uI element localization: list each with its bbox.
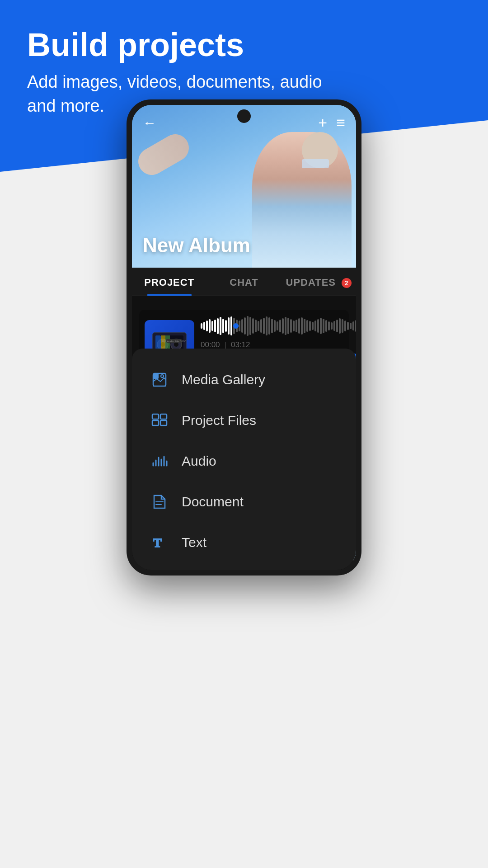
back-button[interactable]: ←	[143, 115, 156, 131]
text-icon: T	[150, 533, 169, 552]
svg-rect-17	[160, 420, 167, 425]
menu-label-audio: Audio	[182, 453, 216, 469]
menu-item-media-gallery[interactable]: Media Gallery	[132, 359, 356, 400]
waveform-bars	[201, 316, 356, 336]
svg-rect-12	[153, 373, 159, 379]
tab-chat[interactable]: CHAT	[206, 268, 281, 296]
svg-point-5	[174, 342, 178, 347]
menu-label-project-files: Project Files	[182, 413, 256, 428]
phone-inner: ← + ≡ New Album PROJECT CHAT U	[132, 105, 356, 570]
svg-point-13	[161, 375, 164, 377]
header-title: Build projects	[27, 27, 343, 63]
svg-text:FIG Audio File B100: FIG Audio File B100	[162, 340, 186, 343]
time-total: 03:12	[231, 340, 250, 349]
hero-image: ← + ≡ New Album	[132, 105, 356, 268]
time-current: 00:00	[201, 340, 220, 349]
menu-item-document[interactable]: Document	[132, 481, 356, 522]
time-info: 00:00 | 03:12	[201, 340, 356, 349]
document-icon	[150, 492, 169, 511]
hero-actions: + ≡	[318, 114, 345, 132]
media-gallery-icon	[150, 370, 169, 389]
menu-button[interactable]: ≡	[336, 114, 345, 132]
tab-updates[interactable]: UPDATES 2	[282, 268, 356, 296]
menu-item-project-files[interactable]: Project Files	[132, 400, 356, 441]
svg-text:T: T	[153, 536, 162, 550]
album-title: New Album	[143, 234, 250, 257]
add-button[interactable]: +	[318, 114, 327, 132]
svg-rect-15	[152, 420, 159, 425]
tab-project[interactable]: PROJECT	[132, 268, 206, 296]
svg-rect-14	[152, 414, 159, 419]
updates-badge: 2	[342, 278, 352, 288]
menu-label-document: Document	[182, 494, 244, 509]
menu-label-text: Text	[182, 535, 206, 550]
progress-indicator	[233, 323, 239, 329]
menu-item-text[interactable]: T Text	[132, 522, 356, 563]
menu-item-audio[interactable]: Audio	[132, 441, 356, 481]
tabs-bar: PROJECT CHAT UPDATES 2	[132, 268, 356, 296]
bottom-sheet: Media Gallery Project Files	[132, 349, 356, 570]
menu-label-media-gallery: Media Gallery	[182, 372, 265, 387]
project-files-icon	[150, 411, 169, 430]
svg-rect-16	[160, 414, 167, 419]
audio-icon	[150, 452, 169, 471]
phone-notch	[237, 109, 251, 123]
phone-outer: ← + ≡ New Album PROJECT CHAT U	[127, 99, 361, 576]
phone-mockup: ← + ≡ New Album PROJECT CHAT U	[127, 99, 361, 576]
time-separator: |	[225, 340, 226, 349]
waveform	[201, 315, 356, 337]
